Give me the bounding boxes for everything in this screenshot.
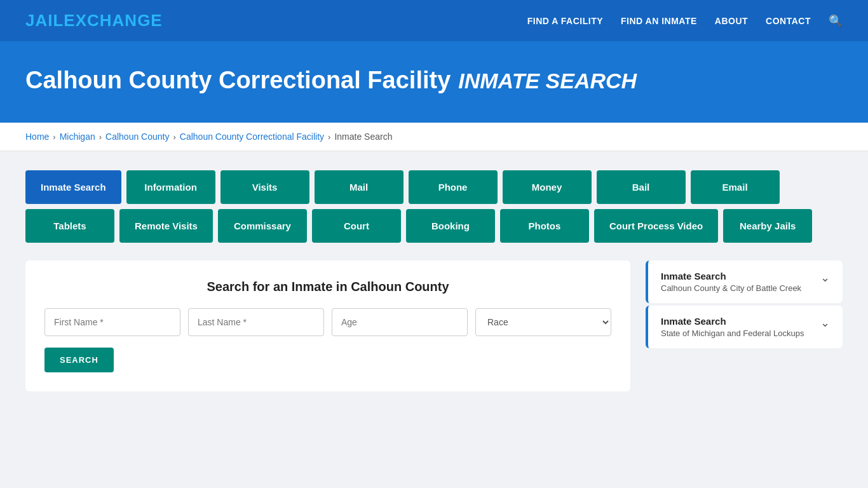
sidebar-card-1-text: Inmate Search Calhoun County & City of B… (661, 271, 801, 293)
sidebar-card-1-chevron-icon: ⌄ (820, 271, 830, 285)
breadcrumb-home[interactable]: Home (25, 132, 49, 142)
sidebar: Inmate Search Calhoun County & City of B… (646, 261, 843, 351)
breadcrumb-sep-1: › (53, 132, 55, 142)
sidebar-card-2: Inmate Search State of Michigan and Fede… (646, 306, 843, 348)
breadcrumb-current: Inmate Search (334, 132, 392, 142)
two-col-layout: Search for an Inmate in Calhoun County R… (25, 261, 843, 391)
sidebar-card-1-subtitle: Calhoun County & City of Battle Creek (661, 283, 801, 293)
tab-commissary[interactable]: Commissary (218, 209, 307, 243)
breadcrumb-sep-3: › (173, 132, 175, 142)
tab-visits[interactable]: Visits (220, 170, 309, 204)
tab-tablets[interactable]: Tablets (25, 209, 114, 243)
form-row-names: Race White Black Hispanic Asian Other (44, 308, 611, 336)
sidebar-card-1: Inmate Search Calhoun County & City of B… (646, 261, 843, 303)
breadcrumb-bar: Home › Michigan › Calhoun County › Calho… (0, 123, 868, 151)
nav-contact[interactable]: CONTACT (766, 16, 811, 26)
search-button[interactable]: SEARCH (44, 348, 114, 372)
sidebar-card-2-title: Inmate Search (661, 316, 804, 327)
age-input[interactable] (332, 308, 468, 336)
main-content: Inmate Search Information Visits Mail Ph… (0, 151, 868, 410)
search-form-card: Search for an Inmate in Calhoun County R… (25, 261, 630, 391)
nav-links: FIND A FACILITY FIND AN INMATE ABOUT CON… (527, 14, 843, 28)
sidebar-card-2-chevron-icon: ⌄ (820, 316, 830, 330)
logo-jail: JAIL (25, 11, 64, 30)
tab-email[interactable]: Email (691, 170, 780, 204)
tabs-container: Inmate Search Information Visits Mail Ph… (25, 170, 843, 243)
breadcrumb-facility[interactable]: Calhoun County Correctional Facility (180, 132, 324, 142)
breadcrumb-county[interactable]: Calhoun County (105, 132, 169, 142)
tab-bail[interactable]: Bail (597, 170, 686, 204)
race-select[interactable]: Race White Black Hispanic Asian Other (475, 308, 611, 336)
search-icon[interactable]: 🔍 (829, 14, 843, 28)
tab-phone[interactable]: Phone (409, 170, 498, 204)
tab-inmate-search[interactable]: Inmate Search (25, 170, 121, 204)
sidebar-card-2-text: Inmate Search State of Michigan and Fede… (661, 316, 804, 338)
tab-court[interactable]: Court (312, 209, 401, 243)
tab-nearby-jails[interactable]: Nearby Jails (723, 209, 812, 243)
tab-money[interactable]: Money (503, 170, 592, 204)
logo[interactable]: JAILEXCHANGE (25, 11, 163, 30)
logo-exchange: EXCHANGE (64, 11, 162, 30)
nav-find-inmate[interactable]: FIND AN INMATE (621, 16, 697, 26)
tab-mail[interactable]: Mail (315, 170, 403, 204)
sidebar-card-2-header[interactable]: Inmate Search State of Michigan and Fede… (648, 306, 843, 348)
tab-booking[interactable]: Booking (406, 209, 495, 243)
sidebar-card-1-title: Inmate Search (661, 271, 801, 281)
last-name-input[interactable] (188, 308, 324, 336)
breadcrumb-michigan[interactable]: Michigan (60, 132, 95, 142)
nav-about[interactable]: ABOUT (715, 16, 748, 26)
nav-find-facility[interactable]: FIND A FACILITY (527, 16, 603, 26)
hero-banner: Calhoun County Correctional FacilityINMA… (0, 41, 868, 123)
tab-photos[interactable]: Photos (500, 209, 589, 243)
tab-court-process-video[interactable]: Court Process Video (594, 209, 718, 243)
first-name-input[interactable] (44, 308, 180, 336)
tab-information[interactable]: Information (126, 170, 215, 204)
sidebar-card-1-header[interactable]: Inmate Search Calhoun County & City of B… (648, 261, 843, 303)
breadcrumb: Home › Michigan › Calhoun County › Calho… (25, 132, 843, 142)
hero-subtitle: INMATE SEARCH (458, 69, 637, 93)
tab-remote-visits[interactable]: Remote Visits (119, 209, 213, 243)
sidebar-card-2-subtitle: State of Michigan and Federal Lockups (661, 329, 804, 338)
breadcrumb-sep-2: › (99, 132, 102, 142)
breadcrumb-sep-4: › (328, 132, 330, 142)
hero-title: Calhoun County Correctional Facility (25, 67, 451, 93)
navbar: JAILEXCHANGE FIND A FACILITY FIND AN INM… (0, 0, 868, 41)
search-form-title: Search for an Inmate in Calhoun County (44, 280, 611, 294)
